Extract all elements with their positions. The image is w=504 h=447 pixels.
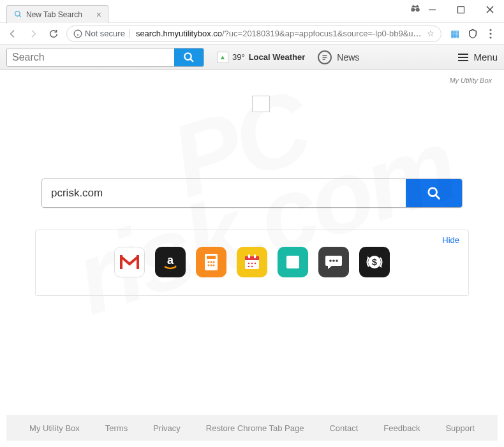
back-button[interactable]	[5, 26, 20, 41]
menu-label: Menu	[473, 52, 498, 62]
address-bar[interactable]: Not secure search.hmyutilitybox.co/?uc=2…	[66, 26, 441, 42]
window-controls	[418, 0, 504, 19]
brand-label: My Utility Box	[10, 70, 494, 84]
svg-point-44	[329, 260, 332, 262]
svg-point-40	[255, 263, 256, 265]
forward-button[interactable]	[26, 26, 41, 41]
svg-point-32	[211, 265, 212, 267]
weather-label: Local Weather	[249, 52, 306, 62]
extension-shield-icon[interactable]	[467, 28, 478, 40]
chat-icon	[324, 253, 343, 271]
broken-image-placeholder	[252, 96, 270, 112]
amazon-tile[interactable]: a	[155, 247, 186, 277]
security-chip[interactable]: Not secure	[73, 29, 131, 38]
main-search	[41, 179, 463, 208]
toolbar-weather[interactable]: ▲ 39° Local Weather	[217, 52, 305, 63]
calendar-icon	[242, 253, 262, 272]
tab-strip: New Tab Search ×	[0, 0, 108, 23]
extension-icons: ▦	[447, 28, 499, 40]
calculator-icon	[204, 253, 219, 272]
svg-point-38	[248, 263, 250, 265]
svg-point-13	[489, 33, 491, 34]
browser-menu-icon[interactable]	[485, 28, 496, 40]
info-icon	[73, 29, 82, 38]
page-content: PCrisk.com My Utility Box Hide a	[0, 70, 504, 296]
svg-point-2	[411, 8, 415, 11]
footer-link-restore[interactable]: Restore Chrome Tab Page	[206, 423, 304, 433]
svg-point-31	[208, 265, 210, 267]
svg-line-16	[190, 59, 193, 62]
svg-rect-27	[207, 256, 216, 259]
footer-link-privacy[interactable]: Privacy	[153, 423, 181, 433]
main-search-button[interactable]	[406, 179, 462, 207]
svg-line-21	[436, 195, 440, 199]
svg-line-1	[19, 15, 21, 17]
svg-point-42	[251, 266, 253, 268]
weather-temp: 39°	[232, 52, 245, 62]
hamburger-icon	[458, 54, 468, 61]
tab-title: New Tab Search	[26, 10, 82, 19]
tiles-row: a $	[45, 247, 459, 277]
gmail-icon	[120, 255, 139, 269]
svg-point-0	[15, 11, 20, 17]
main-search-input[interactable]	[42, 179, 406, 207]
news-icon	[318, 50, 332, 64]
footer-link-terms[interactable]: Terms	[105, 423, 128, 433]
gmail-tile[interactable]	[114, 247, 145, 277]
browser-tab[interactable]: New Tab Search ×	[6, 5, 108, 23]
extension-icon-1[interactable]: ▦	[449, 28, 461, 40]
footer-link-support[interactable]: Support	[445, 423, 475, 433]
security-label: Not secure	[85, 29, 125, 38]
footer-link-brand[interactable]: My Utility Box	[29, 423, 80, 433]
svg-point-41	[248, 266, 250, 268]
footer: My Utility Box Terms Privacy Restore Chr…	[6, 415, 498, 441]
minimize-button[interactable]	[418, 0, 447, 19]
calendar-tile[interactable]	[237, 247, 267, 277]
page-toolbar: ▲ 39° Local Weather News Menu	[0, 45, 504, 70]
toolbar-news[interactable]: News	[318, 50, 359, 64]
svg-text:a: a	[167, 254, 174, 267]
maximize-button[interactable]	[447, 0, 475, 19]
svg-point-20	[429, 188, 437, 196]
svg-rect-6	[458, 6, 464, 13]
svg-rect-4	[415, 10, 417, 11]
chat-tile[interactable]	[318, 247, 349, 277]
footer-link-feedback[interactable]: Feedback	[383, 423, 420, 433]
square-icon	[285, 254, 301, 270]
tab-close-icon[interactable]: ×	[96, 10, 101, 19]
svg-rect-24	[137, 255, 139, 269]
svg-point-30	[213, 261, 215, 263]
svg-rect-23	[120, 255, 122, 269]
toolbar-search-button[interactable]	[174, 48, 204, 66]
svg-point-33	[213, 265, 215, 267]
svg-text:$: $	[372, 257, 377, 267]
reload-button[interactable]	[46, 26, 61, 41]
amazon-icon: a	[161, 253, 180, 272]
close-button[interactable]	[475, 0, 504, 19]
svg-rect-43	[286, 256, 299, 268]
svg-point-14	[489, 36, 491, 38]
search-icon	[427, 186, 441, 200]
quick-links-panel: Hide a $	[35, 230, 469, 296]
svg-rect-36	[248, 254, 250, 258]
app-tile[interactable]	[278, 247, 308, 277]
hide-link[interactable]: Hide	[442, 235, 459, 245]
bookmark-star-icon[interactable]: ☆	[427, 29, 434, 38]
toolbar-menu[interactable]: Menu	[458, 52, 498, 62]
toolbar-search-input[interactable]	[7, 48, 174, 66]
url-text: search.hmyutilitybox.co/?uc=20180319&ap=…	[136, 29, 422, 38]
news-label: News	[337, 52, 359, 62]
svg-point-15	[184, 53, 191, 60]
main-search-container	[41, 179, 463, 208]
svg-point-12	[489, 29, 491, 31]
search-icon	[183, 52, 195, 63]
calculator-tile[interactable]	[196, 247, 226, 277]
svg-point-29	[211, 261, 212, 263]
svg-point-45	[332, 260, 335, 262]
svg-point-28	[208, 261, 210, 263]
finance-tile[interactable]: $	[359, 247, 390, 277]
toolbar-search	[6, 48, 204, 67]
svg-point-46	[336, 260, 338, 262]
footer-link-contact[interactable]: Contact	[329, 423, 358, 433]
svg-rect-37	[254, 254, 256, 258]
